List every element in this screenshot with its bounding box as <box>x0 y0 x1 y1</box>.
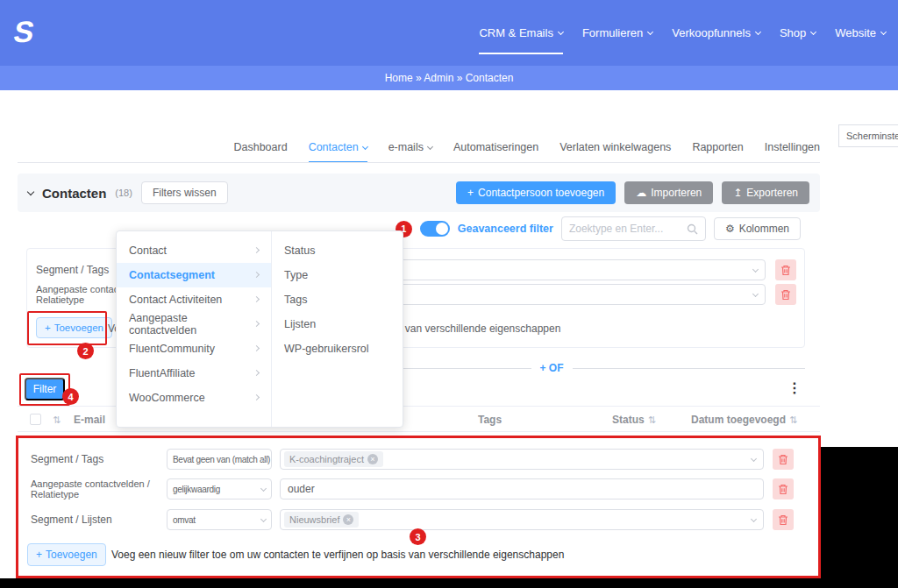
topnav-item-verkoopfunnels[interactable]: Verkoopfunnels <box>672 0 760 66</box>
annotation-3: 3 <box>410 528 426 545</box>
submenu-item-status[interactable]: Status <box>272 238 404 263</box>
topnav-label: CRM & Emails <box>479 26 553 39</box>
breadcrumb-bar: Home » Admin » Contacten <box>0 66 898 90</box>
import-label: Importeren <box>651 187 702 199</box>
plus-icon: + <box>467 188 474 198</box>
tag-chip: Nieuwsbrief × <box>284 512 359 528</box>
crm-nav-item-contacten[interactable]: Contacten <box>309 131 367 163</box>
filter-apply-button[interactable]: Filter <box>25 378 65 400</box>
value-select[interactable]: K-coachingtraject × <box>280 449 764 470</box>
chevron-down-icon <box>755 29 761 35</box>
column-status[interactable]: Status ⇅ <box>612 407 656 433</box>
screen-options-tab[interactable]: Scherminstellingen <box>838 124 898 147</box>
trash-icon <box>778 514 788 526</box>
crm-nav-item-emails[interactable]: e-mails <box>388 131 432 163</box>
crm-nav-item-instellingen[interactable]: Instellingen <box>765 131 820 163</box>
filter-type-menu: Contact Contactsegment Contact Activitei… <box>116 230 403 428</box>
operator-value: Bevat geen van (match all) <box>173 455 270 464</box>
label-line-2: Relatietype <box>36 294 84 305</box>
chevron-right-icon <box>253 246 260 252</box>
search-input[interactable] <box>569 223 681 235</box>
column-tags[interactable]: Tags <box>478 407 502 433</box>
crm-nav-item-automatiseringen[interactable]: Automatiseringen <box>453 131 538 163</box>
topnav-item-website[interactable]: Website <box>835 0 886 66</box>
sort-icon[interactable]: ⇅ <box>648 414 656 426</box>
submenu-item-tags[interactable]: Tags <box>272 287 404 312</box>
menu-item-label: Aangepaste contactvelden <box>129 312 254 337</box>
column-date[interactable]: Datum toegevoegd ⇅ <box>691 407 797 433</box>
brand-logo[interactable]: S <box>11 14 37 49</box>
delete-filter-button[interactable] <box>775 284 796 305</box>
import-button[interactable]: ☁ Importeren <box>624 181 713 204</box>
add-filter-button[interactable]: + Toevoegen <box>36 317 112 338</box>
menu-item-fluentcommunity[interactable]: FluentCommunity <box>117 337 271 361</box>
crm-nav-item-dashboard[interactable]: Dashboard <box>233 131 287 163</box>
topnav-item-formulieren[interactable]: Formulieren <box>582 0 652 66</box>
advanced-filter-toggle[interactable] <box>420 221 450 237</box>
operator-select[interactable]: omvat <box>167 509 272 530</box>
chevron-down-icon <box>260 485 267 491</box>
submenu-item-wp-gebruikersrol[interactable]: WP-gebruikersrol <box>272 337 404 361</box>
filter-row-label: Segment / Tags <box>31 453 103 465</box>
operator-select[interactable]: gelijkwaardig <box>167 478 272 499</box>
menu-item-fluentaffiliate[interactable]: FluentAffiliate <box>117 361 271 386</box>
export-button[interactable]: ↥ Exporteren <box>722 181 809 204</box>
advanced-filter-label: Geavanceerd filter <box>458 223 553 235</box>
export-icon: ↥ <box>733 188 742 198</box>
crm-nav-item-rapporten[interactable]: Rapporten <box>692 131 743 163</box>
chevron-right-icon <box>253 321 260 327</box>
chip-remove-icon[interactable]: × <box>343 514 353 525</box>
collapse-chevron-icon[interactable] <box>27 188 34 195</box>
menu-item-woocommerce[interactable]: WooCommerce <box>117 386 271 410</box>
column-email[interactable]: E-mail <box>74 407 105 433</box>
filter-row-label: Aangepaste contactvelden / Relatietype <box>31 478 150 499</box>
menu-item-contact-activiteiten[interactable]: Contact Activiteiten <box>117 287 271 312</box>
chip-remove-icon[interactable]: × <box>367 454 378 464</box>
delete-filter-button[interactable] <box>773 509 794 530</box>
trash-icon <box>778 454 788 465</box>
chevron-down-icon <box>752 291 759 297</box>
topnav-item-shop[interactable]: Shop <box>780 0 816 66</box>
cloud-upload-icon: ☁ <box>636 188 646 198</box>
topnav-item-crm-emails[interactable]: CRM & Emails <box>479 0 563 66</box>
chevron-right-icon <box>253 295 260 301</box>
add-filter-label: Toevoegen <box>54 322 103 333</box>
label-line-2: Relatietype <box>31 489 79 499</box>
crm-nav-item-verlaten-winkelwagens[interactable]: Verlaten winkelwagens <box>559 131 671 163</box>
column-label: E-mail <box>74 414 105 426</box>
delete-filter-button[interactable] <box>773 449 794 470</box>
submenu-item-lijsten[interactable]: Lijsten <box>272 312 404 337</box>
or-label: + OF <box>540 362 564 374</box>
menu-item-contactsegment[interactable]: Contactsegment <box>117 263 271 287</box>
column-label: Tags <box>478 414 502 426</box>
submenu-item-type[interactable]: Type <box>272 263 404 287</box>
clear-filters-button[interactable]: Filters wissen <box>141 181 228 204</box>
crm-nav-label: Contacten <box>309 141 359 153</box>
delete-filter-button[interactable] <box>775 259 796 280</box>
columns-button[interactable]: ⚙ Kolommen <box>714 217 801 240</box>
breadcrumb[interactable]: Home » Admin » Contacten <box>385 72 514 84</box>
menu-item-label: FluentCommunity <box>129 343 215 355</box>
chevron-down-icon <box>647 29 653 35</box>
add-filter-button[interactable]: + Toevoegen <box>27 543 106 566</box>
sort-icon[interactable]: ⇅ <box>53 414 61 426</box>
trash-icon <box>778 484 788 495</box>
more-options-icon[interactable]: ⋮ <box>788 379 802 396</box>
filter-helper-text: Voeg een nieuw filter toe om uw contacte… <box>111 549 564 561</box>
sort-icon[interactable]: ⇅ <box>789 414 797 426</box>
add-contact-button[interactable]: + Contactpersoon toevoegen <box>456 181 616 204</box>
black-region-bottom <box>0 578 898 588</box>
chevron-down-icon <box>810 29 816 35</box>
tag-chip: K-coachingtraject × <box>284 451 383 467</box>
menu-item-contact[interactable]: Contact <box>117 238 271 263</box>
select-all-checkbox[interactable] <box>30 414 41 425</box>
menu-item-aangepaste-contactvelden[interactable]: Aangepaste contactvelden <box>117 312 271 337</box>
delete-filter-button[interactable] <box>773 478 794 499</box>
submenu-item-label: Tags <box>284 294 307 306</box>
nav-divider <box>18 162 820 163</box>
value-input[interactable] <box>280 478 764 499</box>
advanced-filter-panel: Segment / Tags Bevat geen van (match all… <box>16 436 821 578</box>
topnav-label: Formulieren <box>582 26 643 39</box>
value-select[interactable]: Nieuwsbrief × <box>280 509 764 530</box>
operator-select[interactable]: Bevat geen van (match all) <box>167 449 272 470</box>
